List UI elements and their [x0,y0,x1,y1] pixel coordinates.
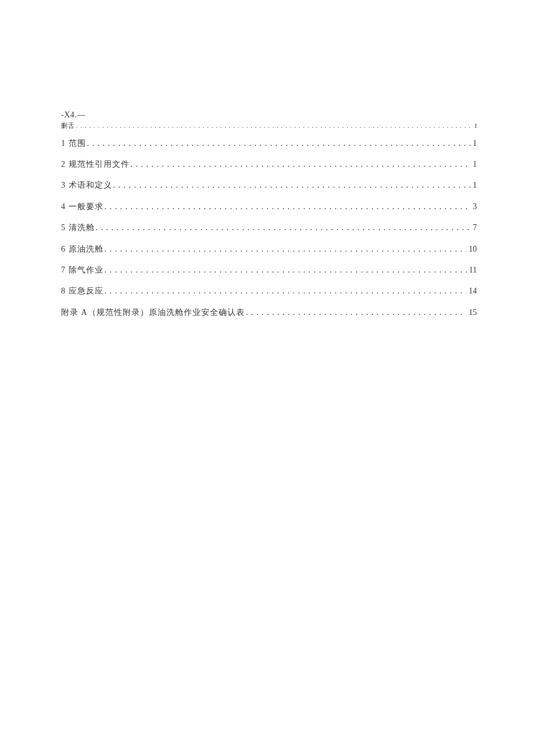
toc-entry-label: 附录 A（规范性附录）原油洗舱作业安全确认表 [61,306,245,319]
toc-leader-dots [76,121,472,131]
toc-entry: 2 规范性引用文件1 [61,158,477,171]
toc-entry: 4 一般要求3 [61,200,477,213]
toc-entry-page: 1 [472,137,477,150]
toc-entry: 6 原油洗舱10 [61,243,477,256]
toc-leader-dots [105,200,471,213]
toc-entry-page: 15 [468,306,477,319]
toc-entry-page: 7 [472,221,477,234]
toc-entry-page: 11 [468,264,477,277]
toc-container: -X4.— 删舌I1 范围12 规范性引用文件13 术语和定义14 一般要求35… [61,110,477,327]
toc-entry: 5 清洗舱7 [61,221,477,234]
page-header-fragment: -X4.— [61,110,477,120]
toc-entry-label: 3 术语和定义 [61,179,112,192]
toc-entry-label: 8 应急反应 [61,285,104,298]
toc-entry: 附录 A（规范性附录）原油洗舱作业安全确认表15 [61,306,477,319]
toc-entry-label: 7 除气作业 [61,264,104,277]
toc-entry-label: 6 原油洗舱 [61,243,104,256]
toc-entry: 3 术语和定义1 [61,179,477,192]
toc-list: 删舌I1 范围12 规范性引用文件13 术语和定义14 一般要求35 清洗舱76… [61,121,477,319]
toc-leader-dots [105,243,467,256]
toc-entry-page: 14 [468,285,477,298]
toc-entry: 8 应急反应14 [61,285,477,298]
toc-entry-label: 2 规范性引用文件 [61,158,130,171]
toc-entry: 删舌I [61,121,477,131]
toc-entry-page: 1 [472,179,477,192]
toc-leader-dots [113,179,471,192]
toc-entry: 7 除气作业11 [61,264,477,277]
toc-entry-label: 1 范围 [61,137,86,150]
toc-entry-label: 删舌 [61,121,75,131]
toc-leader-dots [105,285,467,298]
toc-leader-dots [87,137,471,150]
toc-entry-label: 5 清洗舱 [61,221,95,234]
toc-leader-dots [131,158,471,171]
toc-entry-page: 3 [472,200,477,213]
toc-leader-dots [246,306,466,319]
toc-entry-page: I [473,121,477,131]
toc-leader-dots [105,264,467,277]
toc-entry-page: 10 [468,243,477,256]
toc-entry-page: 1 [472,158,477,171]
toc-leader-dots [96,221,471,234]
toc-entry: 1 范围1 [61,137,477,150]
toc-entry-label: 4 一般要求 [61,200,104,213]
